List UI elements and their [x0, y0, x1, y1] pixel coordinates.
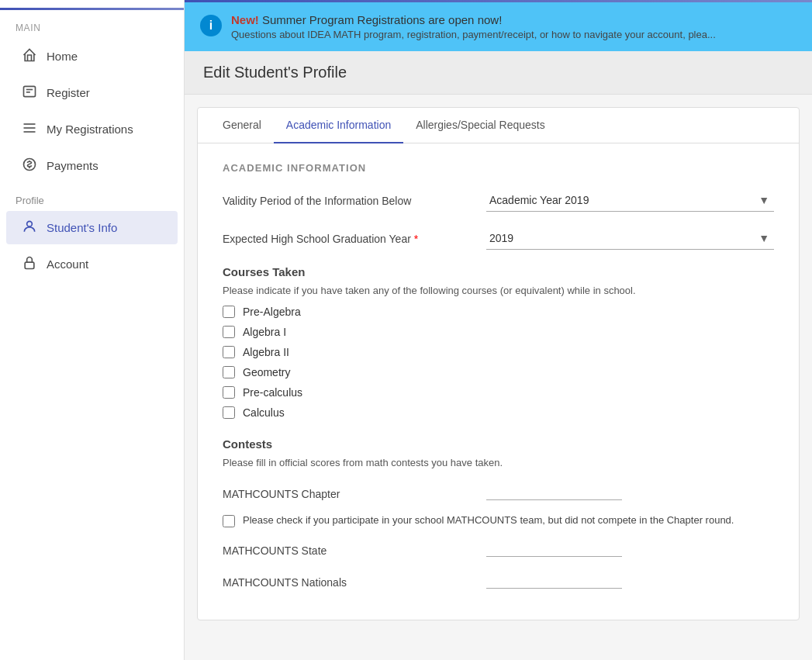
svg-point-7	[27, 221, 33, 226]
banner-text: New! Summer Program Registrations are op…	[231, 13, 796, 40]
mathcounts-chapter-row: MATHCOUNTS Chapter	[223, 481, 774, 500]
main-section-label: Main	[0, 10, 184, 38]
calculus-checkbox[interactable]	[223, 406, 235, 419]
geometry-checkbox[interactable]	[223, 366, 235, 378]
list-icon	[22, 120, 37, 138]
contests-section: Contests Please fill in official scores …	[223, 437, 774, 589]
main-content: i New! Summer Program Registrations are …	[185, 0, 812, 660]
course-row-algebra-1: Algebra I	[223, 326, 774, 338]
pre-calculus-label: Pre-calculus	[243, 386, 302, 399]
contests-title: Contests	[223, 437, 774, 451]
algebra-2-label: Algebra II	[243, 346, 289, 358]
sidebar-item-home[interactable]: Home	[6, 40, 178, 73]
course-row-pre-algebra: Pre-Algebra	[223, 306, 774, 318]
profile-section-label: Profile	[0, 184, 184, 209]
graduation-select-wrapper: 2019 2020 2021 2022 2023 2024 ▼	[486, 227, 774, 250]
courses-section: Courses Taken Please indicate if you hav…	[223, 265, 774, 419]
academic-content: ACADEMIC INFORMATION Validity Period of …	[198, 143, 799, 620]
mathcounts-state-label: MATHCOUNTS State	[223, 544, 471, 557]
banner: i New! Summer Program Registrations are …	[185, 2, 812, 51]
mathcounts-nationals-input[interactable]	[486, 569, 622, 589]
calculus-label: Calculus	[243, 406, 285, 419]
new-label: New!	[231, 13, 259, 26]
academic-section-title: ACADEMIC INFORMATION	[223, 162, 774, 174]
profile-card: General Academic Information Allergies/S…	[197, 107, 800, 620]
sidebar-item-my-registrations[interactable]: My Registrations	[6, 112, 178, 146]
course-row-algebra-2: Algebra II	[223, 346, 774, 358]
algebra-1-label: Algebra I	[243, 326, 286, 338]
svg-rect-8	[25, 262, 34, 268]
sidebar-item-payments[interactable]: Payments	[6, 149, 178, 182]
tab-general[interactable]: General	[210, 108, 274, 143]
info-icon: i	[200, 15, 222, 36]
home-label: Home	[47, 50, 78, 63]
page-title: Edit Student's Profile	[185, 51, 812, 95]
pre-calculus-checkbox[interactable]	[223, 386, 235, 399]
home-icon	[22, 47, 37, 65]
account-label: Account	[47, 257, 88, 271]
mathcounts-chapter-checkbox-row: Please check if you participate in your …	[223, 513, 774, 528]
pre-algebra-checkbox[interactable]	[223, 306, 235, 318]
register-icon	[22, 84, 37, 102]
algebra-2-checkbox[interactable]	[223, 346, 235, 358]
students-info-label: Student's Info	[47, 221, 117, 234]
course-row-calculus: Calculus	[223, 406, 774, 419]
person-icon	[22, 219, 37, 237]
pre-algebra-label: Pre-Algebra	[243, 306, 301, 318]
graduation-label: Expected High School Graduation Year *	[223, 233, 471, 245]
banner-description: Questions about IDEA MATH program, regis…	[231, 29, 796, 40]
geometry-label: Geometry	[243, 366, 290, 378]
banner-title: New! Summer Program Registrations are op…	[231, 13, 796, 26]
validity-row: Validity Period of the Information Below…	[223, 189, 774, 212]
graduation-select[interactable]: 2019 2020 2021 2022 2023 2024	[486, 227, 774, 249]
banner-title-text: Summer Program Registrations are open no…	[262, 13, 502, 26]
mathcounts-nationals-row: MATHCOUNTS Nationals	[223, 569, 774, 589]
tab-bar: General Academic Information Allergies/S…	[198, 108, 799, 143]
validity-label: Validity Period of the Information Below	[223, 195, 471, 207]
tab-allergies[interactable]: Allergies/Special Requests	[403, 108, 558, 143]
sidebar-item-register[interactable]: Register	[6, 76, 178, 109]
mathcounts-checkbox-label: Please check if you participate in your …	[243, 513, 734, 528]
contests-desc: Please fill in official scores from math…	[223, 457, 774, 468]
mathcounts-state-input[interactable]	[486, 537, 622, 557]
course-row-pre-calculus: Pre-calculus	[223, 386, 774, 399]
graduation-row: Expected High School Graduation Year * 2…	[223, 227, 774, 250]
course-row-geometry: Geometry	[223, 366, 774, 378]
payments-label: Payments	[47, 159, 98, 172]
sidebar-item-account[interactable]: Account	[6, 247, 178, 281]
required-marker: *	[414, 233, 418, 245]
validity-select-wrapper: Academic Year 2019 Academic Year 2020 Ac…	[486, 189, 774, 212]
courses-desc: Please indicate if you have taken any of…	[223, 285, 774, 296]
courses-title: Courses Taken	[223, 265, 774, 278]
lock-icon	[22, 255, 37, 273]
validity-select[interactable]: Academic Year 2019 Academic Year 2020 Ac…	[486, 189, 774, 211]
sidebar: Main Home Register	[0, 0, 185, 660]
register-label: Register	[47, 86, 90, 99]
sidebar-item-students-info[interactable]: Student's Info	[6, 211, 178, 244]
mathcounts-chapter-input[interactable]	[486, 481, 622, 500]
tab-academic-information[interactable]: Academic Information	[274, 108, 403, 143]
payments-icon	[22, 157, 37, 175]
algebra-1-checkbox[interactable]	[223, 326, 235, 338]
mathcounts-chapter-label: MATHCOUNTS Chapter	[223, 488, 471, 500]
my-registrations-label: My Registrations	[47, 123, 133, 136]
mathcounts-no-compete-checkbox[interactable]	[223, 515, 235, 527]
mathcounts-nationals-label: MATHCOUNTS Nationals	[223, 576, 471, 589]
mathcounts-state-row: MATHCOUNTS State	[223, 537, 774, 557]
